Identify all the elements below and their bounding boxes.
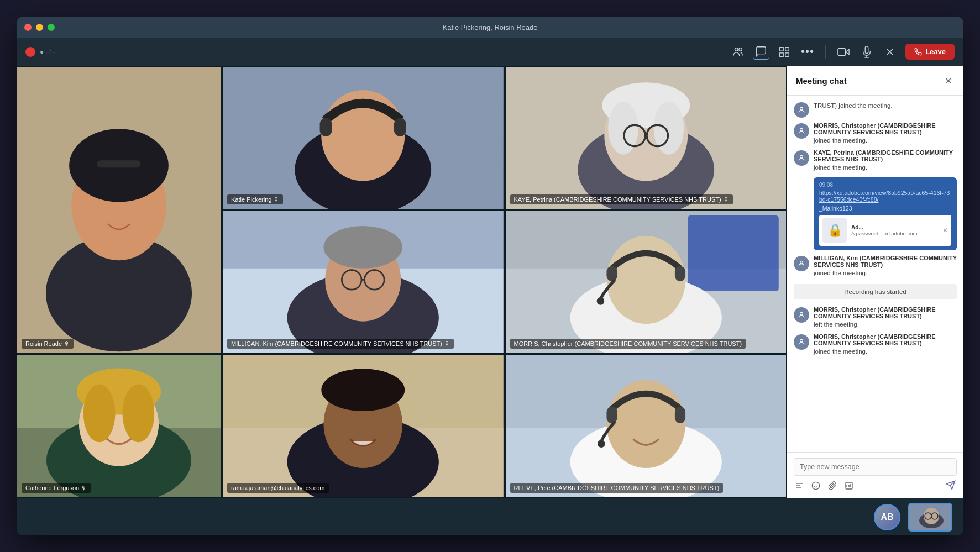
mute-icon-milligan: 🎙 xyxy=(444,341,450,347)
video-cell-catherine: Catherine Ferguson 🎙 xyxy=(17,355,221,498)
end-call-icon[interactable] xyxy=(882,44,898,60)
chat-message-2: MORRIS, Christopher (CAMBRIDGESHIRE COMM… xyxy=(794,122,957,145)
mute-icon-catherine: 🎙 xyxy=(81,485,87,491)
name-label-reeve: REEVE, Pete (CAMBRIDGESHIRE COMMUNITY SE… xyxy=(510,483,724,493)
chat-bubble-5: MORRIS, Christopher (CAMBRIDGESHIRE COMM… xyxy=(814,306,957,329)
titlebar: Katie Pickering, Roisin Reade xyxy=(17,17,963,38)
maximize-button[interactable] xyxy=(48,24,55,31)
link-preview-close[interactable]: ✕ xyxy=(942,227,948,234)
link-preview-icon: 🔒 xyxy=(822,218,847,243)
chat-bubble-3: KAYE, Petrina (CAMBRIDGESHIRE COMMUNITY … xyxy=(814,149,957,172)
link-url[interactable]: https://xd.adobe.com/view/8ab925a9-ac65-… xyxy=(819,190,951,203)
chat-avatar-system3 xyxy=(794,150,809,166)
video-cell-katie: Katie Pickering 🎙 xyxy=(222,66,504,209)
chat-bubble-6: MORRIS, Christopher (CAMBRIDGESHIRE COMM… xyxy=(814,333,957,356)
name-label-kaye: KAYE, Petrina (CAMBRIDGESHIRE COMMUNITY … xyxy=(510,194,733,204)
chat-message-link: 09:08 https://xd.adobe.com/view/8ab925a9… xyxy=(794,176,957,250)
chat-sender-6: MORRIS, Christopher (CAMBRIDGESHIRE COMM… xyxy=(814,333,957,346)
svg-point-43 xyxy=(606,236,685,324)
chat-toolbar xyxy=(794,480,957,492)
toolbar-right: ••• xyxy=(730,44,955,60)
chat-bubble-2: MORRIS, Christopher (CAMBRIDGESHIRE COMM… xyxy=(814,122,957,145)
minimize-button[interactable] xyxy=(36,24,43,31)
chat-avatar-system5 xyxy=(794,307,809,323)
emoji-icon[interactable] xyxy=(811,481,820,492)
bottom-bar: AB xyxy=(17,498,963,535)
link-preview-text: Ad... A password... xd.adobe.com xyxy=(851,224,938,236)
chat-text-1: TRUST) joined the meeting. xyxy=(814,101,957,110)
link-preview-domain: A password... xd.adobe.com xyxy=(851,230,938,236)
svg-rect-21 xyxy=(394,118,406,136)
chat-avatar-system6 xyxy=(794,334,809,350)
main-content: Roisin Reade 🎙 Katie Pickering xyxy=(17,66,963,498)
svg-rect-4 xyxy=(785,52,789,56)
svg-rect-6 xyxy=(838,48,846,55)
name-label-morris: MORRIS, Christopher (CAMBRIDGESHIRE COMM… xyxy=(510,339,746,349)
chat-panel-title: Meeting chat xyxy=(796,76,847,86)
chat-icon[interactable] xyxy=(753,44,769,60)
chat-messages: TRUST) joined the meeting. MORRIS, Chris… xyxy=(787,96,963,452)
svg-point-67 xyxy=(800,128,803,131)
svg-point-38 xyxy=(323,226,402,269)
toolbar: ● --:-- ••• xyxy=(17,38,963,66)
svg-rect-45 xyxy=(674,266,685,281)
chat-message-1: TRUST) joined the meeting. xyxy=(794,101,957,118)
link-user: _Malinko123 xyxy=(819,205,951,212)
close-button[interactable] xyxy=(24,24,32,31)
svg-rect-63 xyxy=(606,407,617,423)
video-cell-kaye: KAYE, Petrina (CAMBRIDGESHIRE COMMUNITY … xyxy=(505,66,787,209)
svg-point-53 xyxy=(123,384,155,442)
chat-tools xyxy=(795,481,853,492)
mute-icon-kaye: 🎙 xyxy=(724,197,729,203)
svg-point-52 xyxy=(83,384,116,442)
chat-text-4: joined the meeting. xyxy=(814,269,957,277)
apps-icon[interactable] xyxy=(777,44,792,60)
chat-text-2: joined the meeting. xyxy=(814,136,957,145)
chat-text-5: left the meeting. xyxy=(814,320,957,329)
chat-input-field[interactable] xyxy=(794,458,957,476)
svg-rect-41 xyxy=(688,215,779,291)
recording-notification: Recording has started xyxy=(794,284,957,299)
chat-message-6: MORRIS, Christopher (CAMBRIDGESHIRE COMM… xyxy=(794,333,957,356)
app-window: Katie Pickering, Roisin Reade ● --:-- xyxy=(17,17,963,535)
chat-message-4: MILLIGAN, Kim (CAMBRIDGESHIRE COMMUNITY … xyxy=(794,255,957,277)
link-message-box: 09:08 https://xd.adobe.com/view/8ab925a9… xyxy=(814,177,957,250)
video-grid: Roisin Reade 🎙 Katie Pickering xyxy=(17,66,787,498)
video-thumbnail xyxy=(908,503,952,532)
svg-rect-5 xyxy=(780,52,783,56)
name-label-roisin: Roisin Reade 🎙 xyxy=(22,339,74,349)
more-options-icon[interactable]: ••• xyxy=(800,44,815,60)
link-preview: 🔒 Ad... A password... xd.adobe.com ✕ xyxy=(819,215,951,246)
window-title: Katie Pickering, Roisin Reade xyxy=(443,23,538,31)
svg-point-75 xyxy=(812,482,819,489)
chat-avatar-system1 xyxy=(794,102,809,118)
send-message-button[interactable] xyxy=(946,480,956,492)
chat-close-button[interactable]: ✕ xyxy=(941,74,955,87)
record-indicator xyxy=(25,47,35,57)
svg-point-68 xyxy=(800,155,803,158)
format-icon[interactable] xyxy=(795,481,804,492)
chat-sender-2: MORRIS, Christopher (CAMBRIDGESHIRE COMM… xyxy=(814,122,957,135)
chat-avatar-system2 xyxy=(794,123,809,139)
mute-icon-katie: 🎙 xyxy=(274,197,279,203)
mic-toggle-icon[interactable] xyxy=(859,44,874,60)
svg-rect-16 xyxy=(97,160,140,167)
attach-icon[interactable] xyxy=(828,481,837,492)
svg-rect-20 xyxy=(320,118,332,136)
svg-point-58 xyxy=(321,369,405,411)
svg-point-1 xyxy=(739,48,742,51)
chat-text-3: joined the meeting. xyxy=(814,163,957,172)
video-cell-reeve: REEVE, Pete (CAMBRIDGESHIRE COMMUNITY SE… xyxy=(505,355,787,498)
video-cell-morris: MORRIS, Christopher (CAMBRIDGESHIRE COMM… xyxy=(505,211,787,354)
svg-point-0 xyxy=(735,48,738,51)
chat-message-3: KAYE, Petrina (CAMBRIDGESHIRE COMMUNITY … xyxy=(794,149,957,172)
chat-text-6: joined the meeting. xyxy=(814,347,957,356)
leave-button[interactable]: Leave xyxy=(905,44,955,60)
gif-icon[interactable] xyxy=(845,481,853,492)
svg-point-69 xyxy=(800,261,803,264)
people-icon[interactable] xyxy=(730,44,746,60)
camera-toggle-icon[interactable] xyxy=(836,44,851,60)
svg-rect-2 xyxy=(780,47,783,50)
svg-point-66 xyxy=(800,107,803,110)
link-time: 09:08 xyxy=(819,182,951,188)
